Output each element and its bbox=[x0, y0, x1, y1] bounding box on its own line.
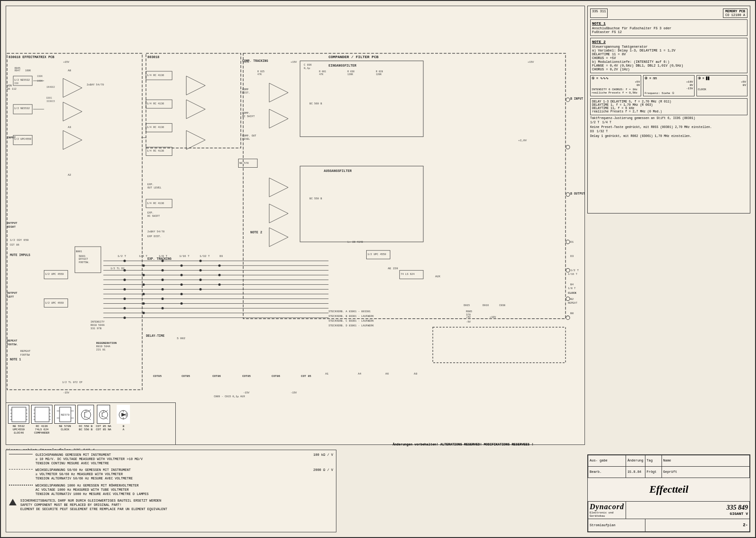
svg-text:R019 504A: R019 504A bbox=[96, 345, 111, 348]
svg-text:D3: D3 bbox=[570, 255, 574, 258]
svg-text:A6: A6 bbox=[386, 372, 389, 376]
svg-text:COMP. OUT: COMP. OUT bbox=[242, 134, 257, 137]
svg-point-131 bbox=[123, 298, 126, 300]
svg-point-205 bbox=[566, 316, 570, 320]
svg-text:RIGHT: RIGHT bbox=[7, 225, 16, 229]
svg-text:BC 550 B: BC 550 B bbox=[309, 197, 322, 200]
svg-text:2xBAY 54/70: 2xBAY 54/70 bbox=[87, 83, 104, 86]
svg-text:333015: 333015 bbox=[46, 100, 55, 103]
svg-text:1/4 RC 4136: 1/4 RC 4136 bbox=[147, 102, 164, 105]
svg-text:C 036: C 036 bbox=[304, 63, 312, 67]
svg-text:-5V: -5V bbox=[466, 320, 471, 324]
svg-point-204 bbox=[566, 297, 570, 300]
document-info: 335 849 GIGANT V bbox=[626, 501, 749, 519]
svg-text:D015: D015 bbox=[464, 304, 470, 307]
vt-fractions: 1/2 T 1/4 T bbox=[590, 121, 747, 124]
svg-point-152 bbox=[199, 269, 202, 272]
main-container: PR 830618 EFFECTMATRIX PCB 803018 COMPAN… bbox=[0, 0, 756, 538]
svg-point-201 bbox=[566, 145, 570, 149]
note2-section: NOTE 2 Steuerspannung Taktgenerator a) V… bbox=[590, 38, 747, 73]
svg-text:AUX: AUX bbox=[435, 275, 440, 278]
svg-text:FOOTSW.: FOOTSW. bbox=[7, 343, 18, 346]
lfo1-block: ① = ∿∿∿ +5V 0V INTENSITY 6 CHORUS: f = 1… bbox=[590, 75, 641, 96]
svg-rect-225 bbox=[12, 407, 26, 422]
svg-point-202 bbox=[566, 240, 570, 244]
comp-bc550b: DC 550 B BC 550 B bbox=[77, 405, 94, 443]
comp-ne570n: NE570 NE 570N CLOCK bbox=[54, 405, 76, 443]
svg-text:E001: E001 bbox=[46, 97, 52, 100]
svg-text:1/2 UPC4559: 1/2 UPC4559 bbox=[14, 137, 31, 141]
legend-solid-text: GLEICHSPANNUNG GEMESSEN MIT INSTRUMENT≥ … bbox=[35, 453, 143, 466]
sheet-number: 2- bbox=[645, 519, 750, 531]
svg-marker-191 bbox=[63, 102, 82, 121]
svg-text:REGENERATION: REGENERATION bbox=[96, 342, 117, 345]
svg-text:BC 560 B: BC 560 B bbox=[309, 102, 322, 105]
svg-marker-189 bbox=[186, 76, 205, 95]
svg-text:AE 220: AE 220 bbox=[388, 267, 398, 270]
name-header: Name bbox=[662, 455, 750, 467]
svg-text:OUT LEVEL: OUT LEVEL bbox=[147, 186, 162, 189]
svg-text:1/2 T: 1/2 T bbox=[570, 269, 579, 272]
svg-text:AUSGANGSFILTER: AUSGANGSFILTER bbox=[324, 169, 352, 173]
svg-text:NE570: NE570 bbox=[61, 413, 69, 417]
svg-text:A2: A2 bbox=[68, 173, 71, 177]
svg-text:1/8 T: 1/8 T bbox=[568, 287, 576, 290]
aus-label: Aus- gabe bbox=[588, 455, 626, 467]
svg-text:COMP.: COMP. bbox=[242, 111, 250, 115]
svg-text:COT85: COT85 bbox=[153, 375, 162, 378]
effectteil-label: Effectteil bbox=[588, 478, 750, 501]
svg-text:-15V: -15V bbox=[291, 391, 297, 394]
svg-text:1/2 T: 1/2 T bbox=[118, 255, 126, 258]
lfo3-block: ③ = ▊▊ +5V 0V CLOCK bbox=[696, 75, 747, 96]
svg-text:1/4 T: 1/4 T bbox=[139, 255, 147, 258]
svg-point-157 bbox=[218, 283, 221, 286]
svg-text:R018 504A: R018 504A bbox=[91, 324, 105, 327]
svg-text:1/4 RC 4136: 1/4 RC 4136 bbox=[147, 74, 164, 77]
svg-text:331 97B: 331 97B bbox=[91, 327, 102, 330]
schematic-diagram: 830618 EFFECTMATRIX PCB 803018 COMPANDER… bbox=[6, 6, 585, 445]
svg-text:EXP. TRACKING: EXP. TRACKING bbox=[147, 257, 172, 261]
svg-marker-196 bbox=[269, 204, 288, 223]
legend-warning-text: SICHERHEITSBAUTEIL DARF NUR DURCH GLEICH… bbox=[20, 499, 167, 512]
svg-point-153 bbox=[199, 279, 202, 281]
svg-text:330K: 330K bbox=[37, 75, 43, 78]
svg-text:1/16 T: 1/16 T bbox=[179, 255, 189, 258]
svg-text:D016: D016 bbox=[482, 304, 489, 307]
svg-text:1/32 T: 1/32 T bbox=[199, 255, 210, 258]
svg-point-138 bbox=[142, 302, 145, 305]
svg-text:LEFT: LEFT bbox=[7, 296, 14, 299]
svg-point-146 bbox=[180, 265, 183, 267]
svg-point-144 bbox=[162, 298, 164, 300]
svg-text:COMP. TRACKING: COMP. TRACKING bbox=[242, 60, 268, 63]
svg-point-149 bbox=[180, 293, 183, 295]
legend-dashed-text: WECHSELSPANNUNG 50/60 Hz GEMESSEN MIT IN… bbox=[35, 468, 133, 481]
svg-text:120K: 120K bbox=[376, 73, 382, 76]
svg-text:DC SHIFT: DC SHIFT bbox=[147, 214, 160, 218]
taktfreq-text: Taktfrequenz-Justierung gemessen an Stif… bbox=[590, 117, 747, 120]
legend-dotted-text: WECHSELSPANNUNG 1000 Hz GEMESSEN MIT RÖH… bbox=[35, 484, 148, 496]
sublabel: Stromlaufplan bbox=[588, 519, 645, 531]
svg-text:LEVEL: LEVEL bbox=[242, 137, 250, 141]
geprueft-label: Geprüft bbox=[662, 466, 750, 478]
svg-text:STECKVERB. C  80301 - LAUFWERK: STECKVERB. C 80301 - LAUFWERK bbox=[328, 319, 374, 323]
svg-point-128 bbox=[123, 269, 126, 272]
svg-text:B4: B4 bbox=[570, 283, 574, 286]
svg-point-200 bbox=[566, 193, 570, 196]
svg-text:1/2 CGY 659: 1/2 CGY 659 bbox=[10, 239, 29, 242]
legend-dotted-symbol bbox=[9, 485, 33, 490]
svg-text:CGT 86: CGT 86 bbox=[10, 243, 19, 247]
svg-text:FOOTSW: FOOTSW bbox=[20, 353, 30, 357]
svg-point-127 bbox=[123, 260, 126, 262]
svg-text:1/2 TL D2: 1/2 TL D2 bbox=[111, 267, 125, 270]
svg-text:INPUT: INPUT bbox=[7, 136, 16, 139]
svg-text:D1: D1 bbox=[570, 240, 574, 244]
svg-text:+15V: +15V bbox=[528, 60, 534, 64]
svg-text:FOOTSW.: FOOTSW. bbox=[79, 261, 90, 264]
lfo-section: ① = ∿∿∿ +5V 0V INTENSITY 6 CHORUS: f = 1… bbox=[590, 75, 747, 96]
svg-point-129 bbox=[123, 279, 126, 281]
date-value: 15.8.84 bbox=[626, 466, 645, 478]
title-block: Aus- gabe Änderung Tag Name Bearb. 15.8.… bbox=[587, 454, 750, 532]
legend-warning: SICHERHEITSBAUTEIL DARF NUR DURCH GLEICH… bbox=[9, 499, 333, 512]
svg-text:STECKVERB. B  80301 - LAUFWERK: STECKVERB. B 80301 - LAUFWERK bbox=[328, 315, 374, 318]
svg-text:B OUTPUT: B OUTPUT bbox=[570, 192, 584, 196]
